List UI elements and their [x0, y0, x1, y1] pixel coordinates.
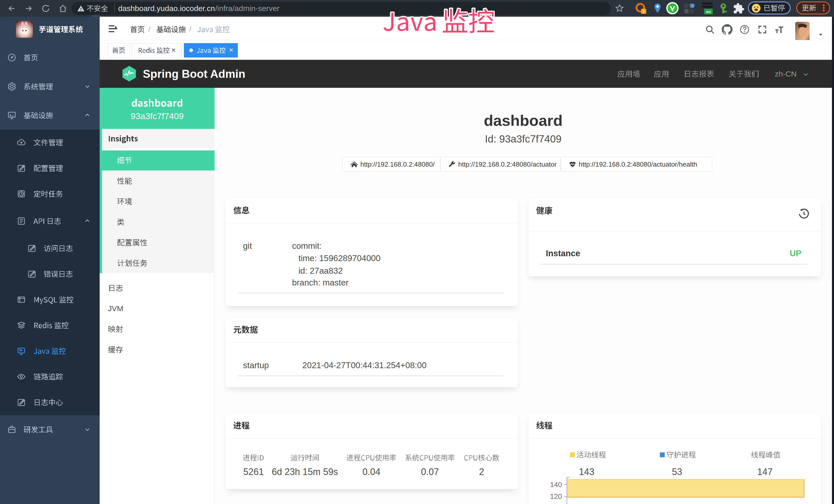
svg-text:on: on: [706, 9, 711, 14]
svg-text:1: 1: [643, 9, 645, 14]
